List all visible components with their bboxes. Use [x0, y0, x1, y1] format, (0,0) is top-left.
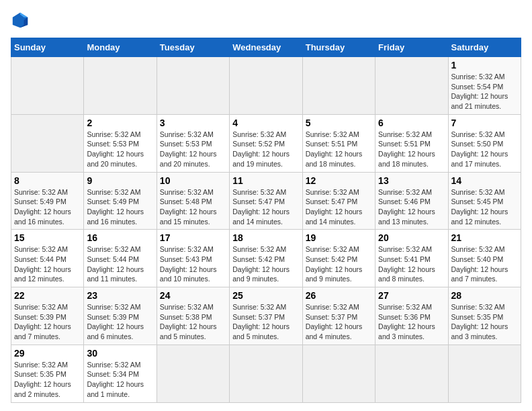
- header: [11, 11, 521, 30]
- calendar-cell: 23Sunrise: 5:32 AMSunset: 5:39 PMDayligh…: [84, 287, 157, 345]
- calendar-cell: 11Sunrise: 5:32 AMSunset: 5:47 PMDayligh…: [230, 172, 302, 230]
- week-row: 2Sunrise: 5:32 AMSunset: 5:53 PMDaylight…: [11, 114, 521, 172]
- calendar-cell: 4Sunrise: 5:32 AMSunset: 5:52 PMDaylight…: [230, 114, 302, 172]
- calendar-cell: 8Sunrise: 5:32 AMSunset: 5:49 PMDaylight…: [11, 172, 84, 230]
- calendar-cell: 14Sunrise: 5:32 AMSunset: 5:45 PMDayligh…: [448, 172, 521, 230]
- empty-cell: [157, 345, 229, 402]
- header-day: Tuesday: [157, 38, 229, 57]
- calendar-cell: 10Sunrise: 5:32 AMSunset: 5:48 PMDayligh…: [157, 172, 229, 230]
- empty-cell: [448, 345, 521, 402]
- calendar-cell: 25Sunrise: 5:32 AMSunset: 5:37 PMDayligh…: [230, 287, 302, 345]
- calendar-cell: 5Sunrise: 5:32 AMSunset: 5:51 PMDaylight…: [302, 114, 375, 172]
- empty-cell: [302, 57, 375, 115]
- header-day: Wednesday: [230, 38, 302, 57]
- calendar-cell: 3Sunrise: 5:32 AMSunset: 5:53 PMDaylight…: [157, 114, 229, 172]
- empty-cell: [11, 57, 84, 115]
- week-row: 15Sunrise: 5:32 AMSunset: 5:44 PMDayligh…: [11, 230, 521, 287]
- calendar-cell: 20Sunrise: 5:32 AMSunset: 5:41 PMDayligh…: [375, 230, 448, 287]
- empty-cell: [302, 345, 375, 402]
- empty-cell: [157, 57, 229, 115]
- calendar-cell: 2Sunrise: 5:32 AMSunset: 5:53 PMDaylight…: [84, 114, 157, 172]
- calendar-cell: 6Sunrise: 5:32 AMSunset: 5:51 PMDaylight…: [375, 114, 448, 172]
- empty-cell: [375, 345, 448, 402]
- calendar-cell: 30Sunrise: 5:32 AMSunset: 5:34 PMDayligh…: [84, 345, 157, 402]
- logo-icon: [11, 11, 30, 30]
- header-day: Monday: [84, 38, 157, 57]
- calendar-cell: 18Sunrise: 5:32 AMSunset: 5:42 PMDayligh…: [230, 230, 302, 287]
- empty-cell: [84, 57, 157, 115]
- empty-cell: [11, 114, 84, 172]
- week-row: 8Sunrise: 5:32 AMSunset: 5:49 PMDaylight…: [11, 172, 521, 230]
- calendar-cell: 26Sunrise: 5:32 AMSunset: 5:37 PMDayligh…: [302, 287, 375, 345]
- header-day: Thursday: [302, 38, 375, 57]
- calendar-cell: 17Sunrise: 5:32 AMSunset: 5:43 PMDayligh…: [157, 230, 229, 287]
- calendar-cell: 22Sunrise: 5:32 AMSunset: 5:39 PMDayligh…: [11, 287, 84, 345]
- header-day: Sunday: [11, 38, 84, 57]
- logo: [11, 11, 34, 30]
- calendar-cell: 24Sunrise: 5:32 AMSunset: 5:38 PMDayligh…: [157, 287, 229, 345]
- calendar-cell: 28Sunrise: 5:32 AMSunset: 5:35 PMDayligh…: [448, 287, 521, 345]
- calendar-cell: 9Sunrise: 5:32 AMSunset: 5:49 PMDaylight…: [84, 172, 157, 230]
- calendar-table: SundayMondayTuesdayWednesdayThursdayFrid…: [11, 38, 521, 403]
- header-row: SundayMondayTuesdayWednesdayThursdayFrid…: [11, 38, 521, 57]
- calendar-cell: 19Sunrise: 5:32 AMSunset: 5:42 PMDayligh…: [302, 230, 375, 287]
- calendar-cell: 21Sunrise: 5:32 AMSunset: 5:40 PMDayligh…: [448, 230, 521, 287]
- calendar-cell: 27Sunrise: 5:32 AMSunset: 5:36 PMDayligh…: [375, 287, 448, 345]
- week-row: 22Sunrise: 5:32 AMSunset: 5:39 PMDayligh…: [11, 287, 521, 345]
- header-day: Friday: [375, 38, 448, 57]
- empty-cell: [375, 57, 448, 115]
- empty-cell: [230, 345, 302, 402]
- calendar-cell: 16Sunrise: 5:32 AMSunset: 5:44 PMDayligh…: [84, 230, 157, 287]
- calendar-cell: 15Sunrise: 5:32 AMSunset: 5:44 PMDayligh…: [11, 230, 84, 287]
- calendar-cell: 7Sunrise: 5:32 AMSunset: 5:50 PMDaylight…: [448, 114, 521, 172]
- header-day: Saturday: [448, 38, 521, 57]
- calendar-cell: 29Sunrise: 5:32 AMSunset: 5:35 PMDayligh…: [11, 345, 84, 402]
- calendar-cell: 12Sunrise: 5:32 AMSunset: 5:47 PMDayligh…: [302, 172, 375, 230]
- week-row: 1Sunrise: 5:32 AMSunset: 5:54 PMDaylight…: [11, 57, 521, 115]
- calendar-cell: 13Sunrise: 5:32 AMSunset: 5:46 PMDayligh…: [375, 172, 448, 230]
- calendar-cell: 1Sunrise: 5:32 AMSunset: 5:54 PMDaylight…: [448, 57, 521, 115]
- empty-cell: [230, 57, 302, 115]
- week-row: 29Sunrise: 5:32 AMSunset: 5:35 PMDayligh…: [11, 345, 521, 402]
